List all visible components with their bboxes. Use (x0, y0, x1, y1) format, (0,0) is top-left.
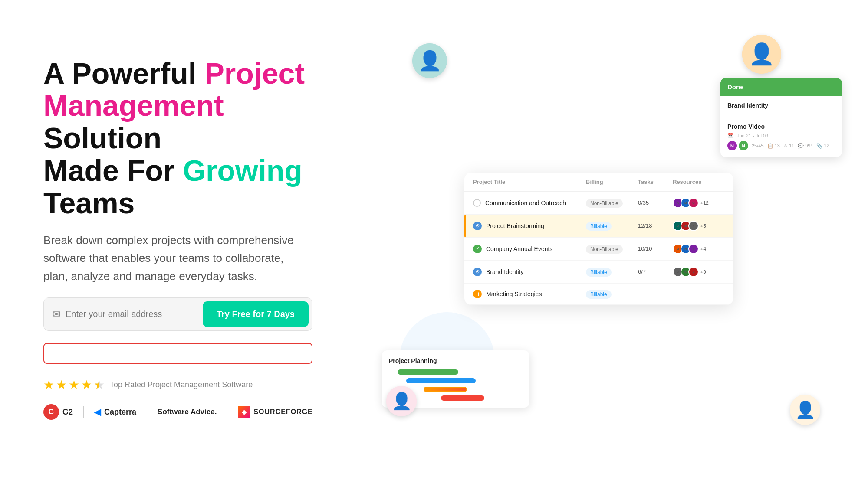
float-avatar-1: 👤 (412, 43, 447, 78)
software-advice-label: Software Advice. (158, 408, 217, 416)
project-icon-orange: ⏸ (473, 290, 482, 298)
float-avatar-4: 👤 (790, 395, 820, 425)
float-avatar-2: 👤 (742, 35, 781, 74)
project-icon-green: ✓ (473, 245, 482, 253)
project-name: Brand Identity (486, 268, 523, 275)
g2-icon: G (43, 404, 59, 420)
gantt-bar-green (398, 369, 458, 375)
project-icon-blue: ⊙ (473, 268, 482, 276)
billing-badge: Non-Billable (586, 199, 623, 208)
right-panel: 👤 👤 👤 👤 Project Title Billing Tasks Reso… (365, 26, 833, 451)
brand-divider-1 (83, 406, 84, 418)
col-resources: Resources (673, 179, 725, 185)
avatar: I (688, 244, 699, 254)
subtext: Break down complex projects with compreh… (43, 232, 295, 286)
billing-cell: Non-Billable (586, 199, 638, 207)
project-name: Company Annual Events (486, 245, 552, 252)
project-name-cell: ⊙ Project Brainstorming (473, 222, 586, 230)
avatar-stack: A B C (673, 198, 699, 208)
star-5: ★★ (94, 378, 105, 392)
project-name-cell: ✓ Company Annual Events (473, 245, 586, 253)
star-rating: ★ ★ ★ ★ ★★ (43, 378, 105, 392)
project-name-cell: Communication and Outreach (473, 199, 586, 207)
brand-divider-2 (147, 406, 147, 418)
gantt-bar-red (441, 395, 484, 401)
col-billing: Billing (586, 179, 638, 185)
done-avatars: M N (727, 141, 748, 150)
table-header: Project Title Billing Tasks Resources (464, 173, 733, 192)
headline-project: Project (205, 57, 305, 90)
gantt-title: Project Planning (389, 357, 523, 364)
gantt-row-1 (389, 369, 523, 375)
star-3: ★ (69, 378, 79, 392)
calendar-icon: 📅 (727, 133, 733, 138)
brand-software-advice: Software Advice. (158, 408, 217, 416)
avatar-count: +9 (700, 269, 706, 274)
star-4: ★ (81, 378, 92, 392)
billing-cell: Billable (586, 290, 638, 298)
task-stats: 25/45 (752, 143, 764, 148)
avatar-stack: J K L (673, 267, 699, 277)
headline: A Powerful Project Management Solution M… (43, 57, 339, 219)
ratings-row: ★ ★ ★ ★ ★★ Top Rated Project Management … (43, 378, 339, 392)
tasks-cell: 6/7 (638, 268, 673, 275)
headline-management: Management (43, 89, 224, 122)
capterra-icon: ◀ (94, 407, 101, 417)
billing-badge: Billable (586, 268, 612, 277)
ratings-text: Top Rated Project Management Software (110, 380, 253, 389)
billing-badge: Non-Billable (586, 245, 623, 254)
col-project-title: Project Title (473, 179, 586, 185)
table-row[interactable]: ⊙ Brand Identity Billable 6/7 J K L +9 (464, 261, 733, 284)
gantt-bar-orange (424, 387, 467, 392)
email-input[interactable] (66, 309, 203, 319)
project-icon-blue: ⊙ (473, 222, 482, 230)
headline-part1: A Powerful (43, 57, 205, 90)
avatars-cell: J K L +9 (673, 267, 725, 277)
table-row[interactable]: ⏸ Marketing Strategies Billable (464, 284, 733, 305)
done-avatar-img: M (727, 141, 737, 150)
avatar-count: +5 (700, 223, 706, 229)
g2-label: G2 (62, 408, 73, 417)
done-item-2-title: Promo Video (727, 123, 835, 130)
billing-badge: Billable (586, 222, 612, 231)
done-item-1: Brand Identity (720, 96, 842, 117)
cta-button[interactable]: Try Free for 7 Days (203, 301, 309, 327)
avatar-stack: G H I (673, 244, 699, 254)
done-header: Done (720, 78, 842, 96)
headline-solution: Solution (43, 121, 161, 154)
brands-row: G G2 ◀ Capterra Software Advice. ◆ SOURC… (43, 404, 339, 420)
table-row[interactable]: ⊙ Project Brainstorming Billable 12/18 D… (464, 215, 733, 238)
gantt-row-2 (389, 378, 523, 383)
sourceforge-label: SOURCEFORGE (253, 408, 312, 416)
email-form: ✉ Try Free for 7 Days (43, 297, 312, 331)
tasks-cell: 12/18 (638, 222, 673, 229)
stat-icon-2: ⚠ 11 (783, 143, 794, 149)
selected-indicator (464, 215, 466, 237)
done-card: Done Brand Identity Promo Video 📅 Jun 21… (720, 78, 842, 157)
project-name-cell: ⏸ Marketing Strategies (473, 290, 586, 298)
avatar-count: +12 (700, 200, 709, 206)
error-box (43, 343, 312, 364)
billing-badge: Billable (586, 290, 612, 299)
table-row[interactable]: ✓ Company Annual Events Non-Billable 10/… (464, 238, 733, 261)
stat-icon-4: 📎 12 (816, 143, 829, 149)
table-row[interactable]: Communication and Outreach Non-Billable … (464, 192, 733, 215)
billing-cell: Billable (586, 222, 638, 230)
done-item-1-title: Brand Identity (727, 102, 835, 109)
headline-growing: Growing (183, 154, 302, 187)
tasks-cell: 0/35 (638, 199, 673, 206)
avatar: C (688, 198, 699, 208)
gantt-bar-blue (406, 378, 476, 383)
project-name: Project Brainstorming (486, 222, 544, 229)
avatars-cell: A B C +12 (673, 198, 725, 208)
project-icon-empty (473, 199, 481, 207)
done-item-stats: M N 25/45 📋 13 ⚠ 11 💬 99⁺ 📎 12 (727, 141, 835, 150)
brand-sourceforge: ◆ SOURCEFORGE (238, 406, 312, 418)
headline-made-for: Made For (43, 154, 183, 187)
star-2: ★ (56, 378, 67, 392)
project-name: Marketing Strategies (486, 291, 542, 297)
col-tasks: Tasks (638, 179, 673, 185)
avatar-stack: D E F (673, 221, 699, 231)
capterra-label: Capterra (104, 408, 136, 417)
sourceforge-icon: ◆ (238, 406, 250, 418)
